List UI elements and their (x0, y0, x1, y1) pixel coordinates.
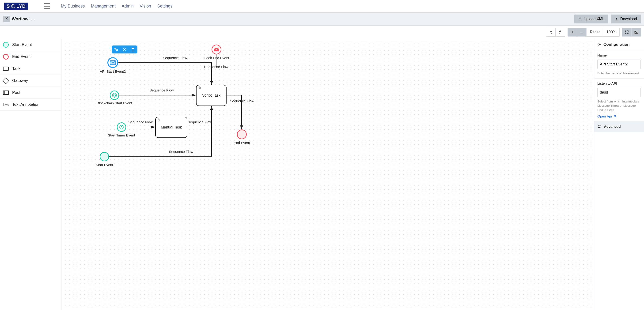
envelope-icon (110, 60, 116, 65)
node-api-start-label: API Start Event2 (100, 70, 126, 74)
node-api-start-event[interactable] (108, 57, 118, 68)
redo-button[interactable] (556, 28, 565, 36)
node-script-task[interactable]: Script Task (196, 85, 226, 106)
end-event-icon (3, 54, 9, 60)
zoom-level: 100% (603, 28, 620, 36)
hand-icon (157, 118, 160, 122)
connect-icon[interactable] (114, 47, 119, 52)
edge-label: Sequence Flow (169, 150, 193, 154)
palette-gateway[interactable]: Gateway (0, 75, 61, 87)
palette-task[interactable]: Task (0, 63, 61, 75)
edge-label: Sequence Flow (188, 120, 212, 124)
open-api-link[interactable]: Open Api (597, 114, 616, 118)
node-blockchain-start-event[interactable] (110, 90, 119, 100)
node-hook-end-event[interactable] (212, 44, 222, 54)
node-plain-start-label: Start Event (96, 163, 113, 167)
palette-pool[interactable]: Pool (0, 87, 61, 99)
download-icon (615, 17, 618, 21)
minimap-icon (634, 30, 638, 34)
zoom-out-button[interactable]: − (577, 28, 586, 36)
reset-zoom-button[interactable]: Reset (586, 28, 603, 36)
undo-button[interactable] (546, 28, 556, 36)
svg-point-13 (600, 127, 601, 128)
element-palette: Start Event End Event Task Gateway Pool … (0, 39, 62, 310)
svg-point-11 (599, 44, 600, 45)
workflow-tab: X Worflow: … (3, 16, 35, 22)
node-timer-start-label: Start Timer Event (108, 133, 135, 137)
config-name-section: Name Enter the name of this element (594, 50, 644, 78)
nav-settings[interactable]: Settings (157, 2, 172, 10)
upload-xml-button[interactable]: Upload XML (574, 14, 608, 24)
name-input[interactable] (597, 60, 641, 69)
close-tab-button[interactable]: X (3, 16, 10, 22)
annotation-icon: Text (3, 103, 9, 106)
name-label: Name (597, 53, 641, 57)
gear-icon (597, 43, 601, 46)
palette-end-event[interactable]: End Event (0, 51, 61, 63)
sliders-icon (597, 124, 602, 129)
upload-icon (578, 17, 582, 21)
workflow-tab-title: Worflow: … (12, 17, 35, 22)
palette-text-annotation[interactable]: Text Text Annotation (0, 99, 61, 111)
node-end-event-label: End Event (234, 141, 250, 145)
node-end-event[interactable] (237, 130, 247, 139)
nav-my-business[interactable]: My Business (61, 2, 85, 10)
menu-toggle-icon[interactable] (44, 3, 50, 9)
top-nav: S LYD My Business Management Admin Visio… (0, 0, 644, 12)
node-hook-end-label: Hook End Event (204, 56, 229, 60)
fit-view-button[interactable] (622, 28, 632, 36)
node-blockchain-start-label: Blockchain Start Event (97, 101, 132, 105)
settings-icon[interactable] (122, 47, 127, 52)
node-manual-task[interactable]: Manual Task (155, 117, 188, 138)
edge-label: Sequence Flow (150, 88, 174, 92)
edges-layer (62, 39, 594, 310)
node-plain-start-event[interactable] (100, 152, 109, 161)
config-panel: Configuration Name Enter the name of thi… (594, 39, 644, 310)
edge-label: Sequence Flow (128, 120, 152, 124)
config-panel-header: Configuration (594, 39, 644, 50)
sub-header: X Worflow: … Upload XML Download (0, 12, 644, 26)
brand-logo[interactable]: S LYD (4, 2, 28, 10)
script-icon (198, 86, 201, 90)
listen-label: Listen to API (597, 81, 641, 85)
svg-marker-1 (12, 5, 14, 7)
nav-management[interactable]: Management (91, 2, 116, 10)
clock-icon (119, 124, 124, 130)
edge-label: Sequence Flow (204, 65, 228, 69)
node-timer-start-event[interactable] (117, 122, 126, 132)
palette-start-event[interactable]: Start Event (0, 39, 61, 51)
envelope-filled-icon (214, 47, 219, 52)
diagram-canvas[interactable]: API Start Event2 Blockchain Start Event … (62, 39, 594, 310)
edge-label: Sequence Flow (163, 56, 187, 60)
nav-vision[interactable]: Vision (140, 2, 151, 10)
svg-marker-0 (11, 4, 15, 8)
canvas-toolbar: + − Reset 100% (0, 26, 644, 39)
zoom-in-button[interactable]: + (568, 28, 577, 36)
svg-point-12 (598, 125, 599, 126)
task-icon (3, 66, 9, 71)
advanced-section-toggle[interactable]: Advanced (594, 121, 644, 132)
external-link-icon (613, 114, 616, 118)
fit-icon (625, 30, 629, 34)
gateway-icon (2, 78, 9, 84)
minimap-button[interactable] (632, 28, 641, 36)
listen-helper: Select from which Intermediate Message T… (597, 100, 641, 112)
undo-icon (549, 30, 553, 34)
name-helper: Enter the name of this element (597, 71, 641, 76)
nav-admin[interactable]: Admin (122, 2, 134, 10)
pool-icon (3, 90, 9, 95)
svg-rect-3 (635, 32, 636, 32)
listen-input[interactable] (597, 88, 641, 97)
logo-hex-icon (11, 4, 16, 8)
main-area: Start Event End Event Task Gateway Pool … (0, 39, 644, 310)
start-event-icon (3, 42, 9, 48)
edge-label: Sequence Flow (230, 99, 254, 103)
hexagon-icon (112, 92, 117, 98)
svg-rect-2 (634, 31, 638, 34)
redo-icon (558, 30, 562, 34)
delete-icon[interactable] (130, 47, 136, 52)
config-listen-section: Listen to API Select from which Intermed… (594, 78, 644, 121)
svg-marker-7 (112, 93, 116, 97)
svg-marker-8 (113, 94, 116, 96)
download-button[interactable]: Download (611, 14, 641, 24)
